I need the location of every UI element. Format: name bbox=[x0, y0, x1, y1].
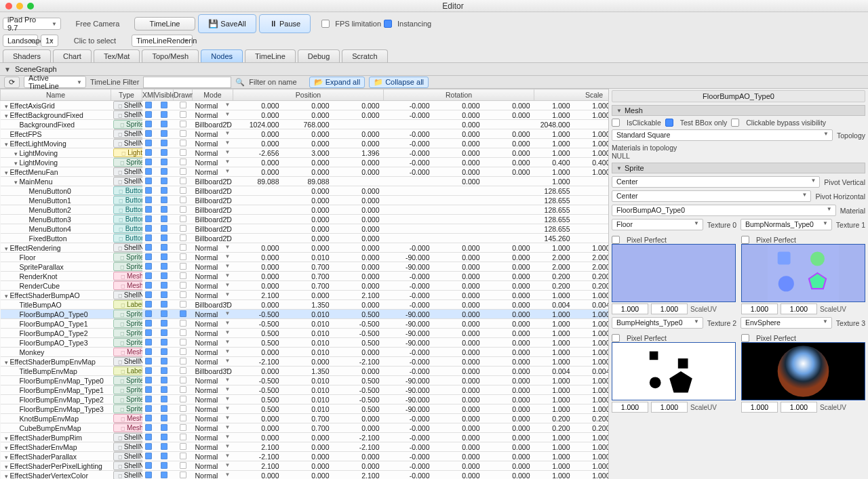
tex1-pixelperfect-checkbox[interactable] bbox=[741, 236, 749, 244]
table-row[interactable]: ▾EffectShaderBumpAOShellNodeNormal2.1000… bbox=[1, 291, 610, 300]
tab-scratch[interactable]: Scratch bbox=[342, 49, 387, 62]
bypass-checkbox[interactable] bbox=[731, 119, 739, 127]
tex3-scale-v[interactable] bbox=[781, 402, 817, 413]
table-row[interactable]: ▾EffectShaderPerPixelLightingShellNodeNo… bbox=[1, 461, 610, 471]
mesh-section-label: Mesh bbox=[625, 106, 643, 114]
close-icon[interactable] bbox=[5, 3, 12, 9]
orientation-select[interactable]: Landscape bbox=[3, 35, 38, 47]
active-timeline-select[interactable]: Active TimeLine bbox=[24, 76, 86, 88]
topology-select[interactable]: Standard Square bbox=[612, 129, 833, 141]
mesh-section-header[interactable]: Mesh bbox=[612, 105, 865, 116]
tex3-scale-u[interactable] bbox=[741, 402, 778, 413]
table-row[interactable]: ▾EffectShaderVertexColorShellNodeNormal0… bbox=[1, 471, 610, 480]
scenegraph-toggle-icon[interactable]: ▼ bbox=[4, 66, 11, 73]
tex3-preview[interactable] bbox=[741, 342, 865, 400]
tab-shaders[interactable]: Shaders bbox=[3, 49, 51, 62]
tab-timeline[interactable]: TimeLine bbox=[245, 49, 296, 62]
tab-topomesh[interactable]: Topo/Mesh bbox=[142, 49, 199, 62]
table-row[interactable]: ▾EffectRenderingShellNodeNormal0.0000.00… bbox=[1, 243, 610, 253]
bbox-checkbox[interactable] bbox=[665, 119, 673, 127]
tex0-preview[interactable] bbox=[612, 244, 736, 302]
table-row[interactable]: TitleBumpAOLabelBillboard3D0.0001.3500.0… bbox=[1, 300, 610, 310]
table-row[interactable]: FloorBumpAO_Type1SpriteNormal-0.5000.010… bbox=[1, 319, 610, 329]
table-row[interactable]: FloorSpriteNormal0.0000.0100.000-90.0000… bbox=[1, 253, 610, 262]
zoom-icon[interactable] bbox=[27, 3, 34, 9]
tab-texmat[interactable]: Tex/Mat bbox=[94, 49, 140, 62]
table-row[interactable]: EffectFPSShellNodeNormal0.0000.0000.000-… bbox=[1, 129, 610, 139]
table-row[interactable]: RenderKnotMeshNormal0.0000.7000.000-0.00… bbox=[1, 272, 610, 281]
tex3-select[interactable]: EnvSphere bbox=[741, 317, 832, 329]
material-select[interactable]: FloorBumpAO_Type0 bbox=[612, 205, 836, 216]
tex3-pixelperfect-checkbox[interactable] bbox=[741, 334, 749, 342]
tex0-pixelperfect-checkbox[interactable] bbox=[612, 236, 620, 244]
table-row[interactable]: ▾EffectShaderBumpRimShellNodeNormal0.000… bbox=[1, 433, 610, 442]
table-row[interactable]: ▾LightMovingSpriteNormal0.0000.0000.000-… bbox=[1, 158, 610, 167]
table-row[interactable]: FloorBumpEnvMap_Type0SpriteNormal-0.5000… bbox=[1, 376, 610, 386]
fps-limitation-checkbox[interactable] bbox=[321, 20, 330, 28]
table-row[interactable]: FloorBumpAO_Type3SpriteNormal0.5000.0100… bbox=[1, 338, 610, 348]
material-label: Material bbox=[840, 207, 865, 215]
pause-button[interactable]: ⏸ Pause bbox=[259, 14, 311, 33]
tab-chart[interactable]: Chart bbox=[53, 49, 92, 62]
isclickable-checkbox[interactable] bbox=[612, 119, 620, 127]
table-row[interactable]: KnotBumpEnvMapMeshNormal0.0000.7000.000-… bbox=[1, 414, 610, 423]
pivot-horizontal-select[interactable]: Center bbox=[612, 190, 811, 202]
tex1-preview[interactable] bbox=[741, 244, 865, 302]
pivot-vertical-label: Pivot Vertical bbox=[824, 178, 865, 186]
timeline-button[interactable]: TimeLine bbox=[134, 17, 195, 30]
table-row[interactable]: MonkeyMeshNormal0.0000.0100.000-0.0000.0… bbox=[1, 348, 610, 357]
tex2-pixelperfect-checkbox[interactable] bbox=[612, 334, 620, 342]
expand-all-button[interactable]: 📂 Expand all bbox=[309, 77, 365, 88]
tex0-scale-u[interactable] bbox=[612, 304, 648, 314]
table-row[interactable]: FloorBumpEnvMap_Type3SpriteNormal0.5000.… bbox=[1, 404, 610, 414]
table-row[interactable]: MenuButton4ButtonBillboard2D0.0000.00012… bbox=[1, 224, 610, 234]
tex1-select[interactable]: BumpNormals_Type0 bbox=[741, 219, 832, 230]
table-row[interactable]: ▾EffectShaderBumpEnvMapShellNodeNormal-2… bbox=[1, 357, 610, 367]
table-row[interactable]: ▾EffectMenuFanShellNodeNormal0.0000.0000… bbox=[1, 167, 610, 177]
table-row[interactable]: ▾EffectBackgroundFixedShellNodeNormal0.0… bbox=[1, 110, 610, 120]
tex2-scale-v[interactable] bbox=[651, 402, 688, 413]
tab-debug[interactable]: Debug bbox=[298, 49, 340, 62]
save-all-button[interactable]: 💾 SaveAll bbox=[198, 14, 256, 33]
tex2-select[interactable]: BumpHeights_Type0 bbox=[612, 317, 703, 329]
pivot-vertical-select[interactable]: Center bbox=[612, 176, 820, 188]
table-row[interactable]: ▾EffectShaderEnvMapShellNodeNormal2.1000… bbox=[1, 442, 610, 452]
tex1-scale-v[interactable] bbox=[781, 304, 817, 314]
collapse-all-button[interactable]: 📁 Collapse all bbox=[369, 77, 429, 88]
refresh-button[interactable]: ⟳ bbox=[4, 77, 20, 88]
tex0-scale-v[interactable] bbox=[651, 304, 688, 314]
table-row[interactable]: SpriteParallaxSpriteNormal0.0000.7000.00… bbox=[1, 262, 610, 272]
table-row[interactable]: MenuButton1ButtonBillboard2D0.0000.00012… bbox=[1, 196, 610, 205]
table-row[interactable]: FloorBumpEnvMap_Type2SpriteNormal0.5000.… bbox=[1, 395, 610, 404]
table-row[interactable]: MenuButton2ButtonBillboard2D0.0000.00012… bbox=[1, 205, 610, 215]
table-row[interactable]: ▾LightMovingLightNormal-2.6563.0001.396-… bbox=[1, 148, 610, 158]
table-row[interactable]: FloorBumpEnvMap_Type1SpriteNormal-0.5000… bbox=[1, 386, 610, 395]
device-select[interactable]: iPad Pro 9.7 bbox=[3, 18, 61, 30]
tex0-select[interactable]: Floor bbox=[612, 219, 703, 230]
table-row[interactable]: FloorBumpAO_Type0SpriteNormal-0.5000.010… bbox=[1, 310, 610, 319]
tex2-preview[interactable] bbox=[612, 342, 736, 400]
timeline-rendering-select[interactable]: TimeLineRenderin bbox=[132, 35, 193, 47]
table-row[interactable]: BackgroundFixedSpriteBillboard2D1024.000… bbox=[1, 120, 610, 129]
table-row[interactable]: MenuButton3ButtonBillboard2D0.0000.00012… bbox=[1, 215, 610, 224]
table-row[interactable]: MenuButton0ButtonBillboard2D0.0000.00012… bbox=[1, 186, 610, 196]
zoom-select[interactable]: 1x bbox=[41, 35, 58, 47]
table-row[interactable]: ▾EffectAxisGridShellNodeNormal0.0000.000… bbox=[1, 101, 610, 110]
tex1-scale-u[interactable] bbox=[741, 304, 778, 314]
table-row[interactable]: ▾EffectShaderParallaxShellNodeNormal-2.1… bbox=[1, 452, 610, 461]
table-row[interactable]: FixedButtonButtonBillboard2D0.0000.00014… bbox=[1, 234, 610, 243]
instancing-checkbox[interactable] bbox=[384, 20, 392, 28]
table-row[interactable]: RenderCubeMeshNormal0.0000.7000.000-0.00… bbox=[1, 281, 610, 291]
table-row[interactable]: TitleBumpEnvMapLabelBillboard3D0.0001.35… bbox=[1, 367, 610, 376]
sprite-section-header[interactable]: Sprite bbox=[612, 163, 865, 173]
table-row[interactable]: ▾EffectLightMovingShellNodeNormal0.0000.… bbox=[1, 139, 610, 148]
minimize-icon[interactable] bbox=[16, 3, 23, 9]
pause-label: Pause bbox=[279, 20, 300, 28]
table-row[interactable]: CubeBumpEnvMapMeshNormal0.0000.7000.000-… bbox=[1, 423, 610, 433]
tab-nodes[interactable]: Nodes bbox=[201, 49, 243, 62]
tex2-scale-u[interactable] bbox=[612, 402, 648, 413]
table-row[interactable]: FloorBumpAO_Type2SpriteNormal0.5000.010-… bbox=[1, 329, 610, 338]
timeline-filter-input[interactable] bbox=[143, 77, 231, 88]
tex2-label: Texture 2 bbox=[707, 319, 736, 327]
table-row[interactable]: ▾MainMenuShellNodeBillboard2D89.08889.08… bbox=[1, 177, 610, 186]
